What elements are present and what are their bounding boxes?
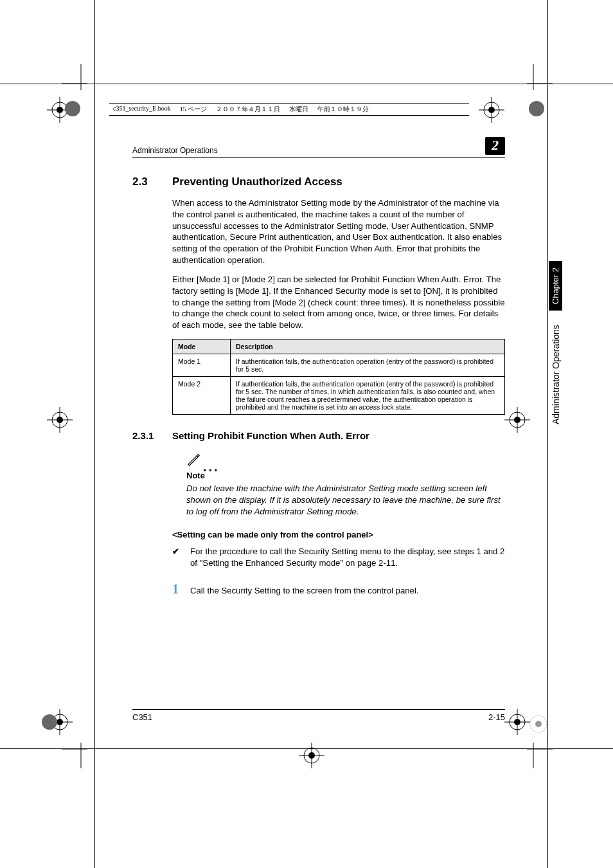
note-label: Note	[186, 471, 505, 480]
angle-bracket-heading: <Setting can be made only from the contr…	[172, 530, 505, 539]
checklist-item: ✔ For the procedure to call the Security…	[172, 546, 505, 569]
section-title: Preventing Unauthorized Access	[172, 176, 342, 188]
table-cell: Mode 1	[173, 354, 231, 376]
side-section-label: Administrator Operations	[551, 325, 561, 424]
registration-mark-icon	[501, 404, 533, 436]
registration-mark-icon	[296, 739, 328, 772]
running-header: Administrator Operations	[132, 146, 218, 155]
table-header-mode: Mode	[173, 339, 231, 354]
subsection-title: Setting Prohibit Function When Auth. Err…	[172, 430, 369, 441]
section-paragraph: When access to the Administrator Setting…	[172, 197, 505, 266]
note-dots-icon: ...	[203, 464, 220, 469]
numbered-step: 1 Call the Security Setting to the scree…	[172, 582, 505, 597]
step-number: 1	[172, 582, 179, 597]
section-paragraph: Either [Mode 1] or [Mode 2] can be selec…	[172, 274, 505, 331]
svg-point-38	[42, 714, 57, 730]
subsection-number: 2.3.1	[132, 430, 172, 441]
solid-dot-icon	[63, 99, 82, 118]
check-icon: ✔	[172, 546, 184, 569]
mode-table: Mode Description Mode 1 If authenticatio…	[172, 339, 505, 415]
note-icon	[186, 453, 200, 469]
svg-point-40	[535, 721, 542, 727]
svg-point-36	[65, 101, 80, 116]
svg-point-37	[529, 101, 544, 116]
table-row: Mode 2 If authentication fails, the auth…	[173, 376, 505, 414]
burst-dot-icon	[527, 712, 550, 736]
side-labels: Administrator Operations Chapter 2	[549, 257, 562, 424]
table-header-description: Description	[231, 339, 505, 354]
table-cell: If authentication fails, the authenticat…	[231, 376, 505, 414]
table-cell: If authentication fails, the authenticat…	[231, 354, 505, 376]
step-body: Call the Security Setting to the screen …	[190, 586, 419, 595]
checklist-text: For the procedure to call the Security S…	[190, 546, 505, 569]
solid-dot-icon	[527, 99, 546, 118]
page-content: Administrator Operations 2 2.3 Preventin…	[132, 100, 505, 723]
note-body: Do not leave the machine with the Admini…	[186, 483, 505, 517]
solid-dot-icon	[40, 712, 59, 732]
table-row: Mode 1 If authentication fails, the auth…	[173, 354, 505, 376]
side-chapter-label: Chapter 2	[549, 261, 562, 311]
table-cell: Mode 2	[173, 376, 231, 414]
footer-model: C351	[132, 712, 152, 722]
chapter-number-badge: 2	[485, 137, 505, 155]
footer-page-number: 2-15	[488, 712, 505, 722]
page-footer: C351 2-15	[132, 709, 505, 722]
registration-mark-icon	[44, 404, 76, 436]
section-number: 2.3	[132, 176, 172, 188]
crop-corner-tr	[514, 64, 553, 103]
